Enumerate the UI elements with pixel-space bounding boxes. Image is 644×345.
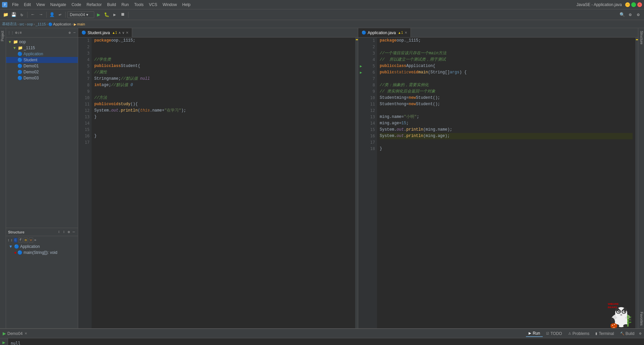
window-minimize[interactable]: — [625,2,630,7]
tab-build[interactable]: 🔨 Build [618,331,637,337]
tab-student-close[interactable]: ✕ [126,31,128,34]
struct-extra-icon[interactable]: » [34,238,37,242]
menu-tools[interactable]: Tools [131,2,146,8]
tab-problems[interactable]: ⚠ Problems [566,331,592,337]
toolbar-add-btn[interactable]: 👤 [48,11,56,18]
structure-sort-icon[interactable]: ↕ [57,229,61,234]
right-editor-tabs: 🔵 Application.java ▲1 ✕ [358,28,638,38]
toolbar-forward-btn[interactable]: → [37,11,45,18]
sidebar-collapse-icon[interactable]: ≡ [19,31,22,35]
tree-item-oop[interactable]: ▼ 📁 oop [6,39,78,45]
toolbar-settings-btn[interactable]: ⚙ [627,11,634,18]
editors-split: 🔵 Student.java ▲1 ∧ ∨ ✕ 1 2 3 4 5 [78,28,638,328]
left-line-numbers: 1 2 3 4 5 6 7 8 9 10 11 12 13 14 [78,38,92,328]
far-left-panel: Project [0,28,6,328]
main-layout: Project ⋮⋮ ⚙ ↕ ≡ ⚙ — ▼ 📁 oop ▼ 📁 [0,28,644,328]
toolbar-open-btn[interactable]: 📁 [2,11,9,18]
structure-close-icon[interactable]: — [71,229,76,234]
breadcrumb-item-3[interactable]: _1115 [36,22,46,26]
right-line-numbers: 1 2 3 4 5 6 7 8 9 10 11 12 13 14 [364,38,377,328]
toolbar-revert-btn[interactable]: ↩ [56,11,64,18]
window-maximize[interactable]: □ [631,2,636,7]
menu-vcs[interactable]: VCS [146,2,160,8]
toolbar-back-btn[interactable]: ← [29,11,37,18]
tab-student-java[interactable]: 🔵 Student.java ▲1 ∧ ∨ ✕ [78,28,132,37]
sidebar-settings-icon[interactable]: ⚙ [15,30,17,35]
breadcrumb: 基础语法 › src › oop › _1115 › 🔵Application … [0,20,644,28]
tab-run[interactable]: ▶ Run [526,330,543,337]
sidebar-close-icon[interactable]: — [72,30,76,35]
tab-terminal[interactable]: ▮ Terminal [593,331,616,337]
window-close[interactable]: ✕ [637,2,642,7]
structure-sort2-icon[interactable]: ↕ [62,229,66,234]
right-code-area[interactable]: ▶ ▶ [358,38,638,328]
structure-main-method[interactable]: ● 🔵 main(String[]): void [6,250,78,256]
debug-button[interactable]: 🐛 [103,11,110,18]
far-right-panel: Structure Favorites [638,28,644,328]
sidebar-sort-alpha-icon[interactable]: ↕ [17,31,20,35]
run-button[interactable]: ▶ [95,11,102,18]
struct-sort-icon[interactable]: ↕ [7,238,10,242]
tree-item-application[interactable]: 🔵 Application [6,51,78,57]
toolbar: 📁 💾 ↻ ← → 👤 ↩ Demo04▾ ▶ 🐛 ▶ ⏹ 🔍 ⚙ ⚙ [0,9,644,20]
toolbar-search-btn[interactable]: 🔍 [619,11,626,18]
tree-item-student[interactable]: 🔵 Student [6,57,78,63]
toolbar-refresh-btn[interactable]: ↻ [18,11,25,18]
menu-navigate[interactable]: Navigate [48,2,69,8]
menu-help[interactable]: Help [179,2,193,8]
menu-file[interactable]: File [9,2,21,8]
run-panel: null Process finished with exit code 0 [8,338,644,345]
toolbar-extra-btn[interactable]: ⚙ [635,11,642,18]
structure-root[interactable]: ▼ 🔵 Application [6,244,78,250]
favorites-tab[interactable]: Favorites [638,309,644,328]
menu-build[interactable]: Build [104,2,119,8]
run-tab-label[interactable]: ▶ Demo04 ✕ [1,331,29,336]
tab-application-java[interactable]: 🔵 Application.java ▲1 ✕ [358,28,411,37]
struct-method-icon[interactable]: m [23,237,28,243]
left-sidebar: ⋮⋮ ⚙ ↕ ≡ ⚙ — ▼ 📁 oop ▼ 📁 _1115 [6,28,78,328]
toolbar-save-btn[interactable]: 💾 [10,11,17,18]
left-editor-tabs: 🔵 Student.java ▲1 ∧ ∨ ✕ [78,28,358,38]
bottom-panel: ▶ Demo04 ✕ ▶ Run ☑ TODO ⚠ Problems ▮ Ter… [0,328,644,345]
menu-edit[interactable]: Edit [21,2,34,8]
app-icon: J [2,2,7,7]
project-selector[interactable]: Demo04▾ [67,11,94,18]
breadcrumb-item-0[interactable]: 基础语法 [2,21,17,26]
struct-sort2-icon[interactable]: ↕ [11,238,13,242]
bottom-settings-icon[interactable]: ⚙ [638,331,643,336]
left-code-content[interactable]: package oop._1115; //学生类 public class St… [92,38,355,328]
menu-window[interactable]: Window [160,2,180,8]
tab-application-close[interactable]: ✕ [405,31,407,34]
structure-panel: Structure ↕ ↕ ⚙ — ↕ ↕ C f m v » ▼ � [6,228,78,328]
stop-button[interactable]: ⏹ [119,11,126,18]
menu-view[interactable]: View [34,2,48,8]
sidebar-gear-icon[interactable]: ⚙ [68,30,72,35]
menu-run[interactable]: Run [119,2,131,8]
run-output: null Process finished with exit code 0 [11,340,641,345]
menu-code[interactable]: Code [69,2,84,8]
tree-item-demo02[interactable]: 🔵 Demo02 [6,69,78,75]
run-btn[interactable]: ▶ [2,340,5,345]
tree-item-demo03[interactable]: 🔵 Demo03 [6,75,78,81]
structure-right-tab[interactable]: Structure [638,28,644,47]
struct-var-icon[interactable]: v [29,237,33,243]
sidebar-tabs: ⋮⋮ ⚙ ↕ ≡ ⚙ — [6,28,78,38]
file-tree: ▼ 📁 oop ▼ 📁 _1115 🔵 Application 🔵 [6,38,78,228]
left-code-area[interactable]: 1 2 3 4 5 6 7 8 9 10 11 12 13 14 [78,38,358,328]
breadcrumb-item-1[interactable]: src [19,22,24,26]
tree-item-1115[interactable]: ▼ 📁 _1115 [6,45,78,51]
breadcrumb-item-2[interactable]: oop [27,22,33,26]
coverage-button[interactable]: ▶ [111,11,118,18]
right-gutter: ▶ ▶ [358,38,364,328]
struct-view-icon[interactable]: C [14,238,17,243]
right-code-content[interactable]: package oop._1115; //一个项目应该只存在一个main方法 /… [377,38,635,328]
project-tab[interactable]: Project [0,28,6,44]
tab-todo[interactable]: ☑ TODO [543,331,565,337]
struct-field-icon[interactable]: f [18,237,23,243]
menu-refactor[interactable]: Refactor [84,2,104,8]
structure-settings-icon[interactable]: ⚙ [67,229,71,234]
breadcrumb-item-4[interactable]: 🔵Application [48,22,71,26]
right-editor-pane: 🔵 Application.java ▲1 ✕ ▶ ▶ [358,28,638,328]
tree-item-demo01[interactable]: 🔵 Demo01 [6,63,78,69]
breadcrumb-item-5[interactable]: ▶main [74,22,85,26]
